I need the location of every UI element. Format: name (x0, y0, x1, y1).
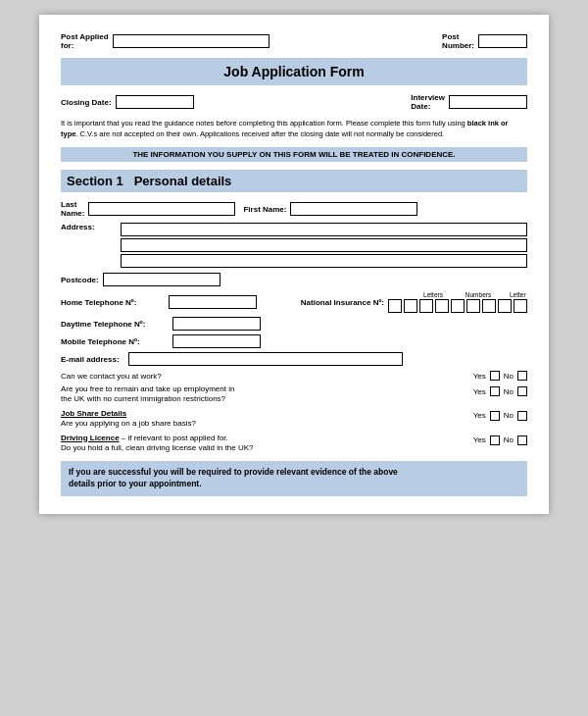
immigration-no-label: No (504, 387, 514, 396)
ni-boxes (388, 299, 527, 313)
address-label: Address: (61, 223, 115, 231)
driving-no-checkbox[interactable] (517, 435, 527, 445)
form-title: Job Application Form (61, 58, 527, 85)
guidance-text: It is important that you read the guidan… (61, 119, 527, 139)
contact-work-yes-label: Yes (473, 372, 486, 381)
mobile-phone-input[interactable] (172, 334, 261, 348)
ni-section: Home Telephone Nº: National Insurance Nº… (61, 291, 527, 313)
driving-question: Driving Licence – if relevant to post ap… (61, 434, 473, 454)
job-share-yes-label: Yes (473, 411, 486, 420)
driving-yn: Yes No (473, 434, 527, 445)
daytime-phone-input[interactable] (172, 317, 261, 331)
mobile-phone-label: Mobile Telephone Nº: (61, 337, 169, 346)
ni-box-7[interactable] (482, 299, 496, 313)
dates-row: Closing Date: Interview Date: (61, 93, 527, 111)
last-name-label: Last Name: (61, 200, 84, 218)
name-row: Last Name: First Name: (61, 200, 527, 218)
section1-header: Section 1 Personal details (61, 170, 527, 192)
job-share-no-label: No (504, 411, 514, 420)
ni-number-label: National Insurance Nº: (301, 298, 384, 307)
address-line1-input[interactable] (121, 223, 527, 236)
contact-work-no-checkbox[interactable] (517, 371, 527, 381)
ni-box-9[interactable] (514, 299, 527, 313)
driving-yes-label: Yes (473, 435, 486, 444)
email-input[interactable] (128, 352, 403, 366)
contact-work-no-label: No (504, 372, 514, 381)
interview-date-input[interactable] (449, 95, 527, 109)
email-label: E-mail address: (61, 355, 124, 364)
ni-box-6[interactable] (466, 299, 480, 313)
post-number-label: Post Number: (442, 32, 474, 50)
contact-work-row: Can we contact you at work? Yes No (61, 371, 527, 381)
top-header-row: Post Applied for: Post Number: (61, 32, 527, 50)
address-line3-input[interactable] (121, 254, 527, 268)
address-fields (121, 223, 527, 268)
ni-box-5[interactable] (451, 299, 465, 313)
immigration-question: Are you free to remain and take up emplo… (61, 384, 473, 405)
immigration-yes-checkbox[interactable] (490, 386, 500, 396)
last-name-group: Last Name: (61, 200, 235, 218)
first-name-group: First Name: (243, 202, 417, 216)
daytime-phone-row: Daytime Telephone Nº: (61, 317, 527, 331)
job-share-yn: Yes No (473, 409, 527, 421)
daytime-phone-label: Daytime Telephone Nº: (61, 320, 169, 329)
confidence-banner: THE INFORMATION YOU SUPPLY ON THIS FORM … (61, 147, 527, 162)
post-applied-input[interactable] (113, 34, 270, 48)
closing-date-label: Closing Date: (61, 98, 112, 107)
immigration-yn: Yes No (473, 384, 527, 396)
home-phone-input[interactable] (169, 295, 257, 309)
home-phone-label: Home Telephone Nº: (61, 298, 169, 307)
postcode-input[interactable] (103, 273, 220, 286)
last-name-input[interactable] (88, 202, 235, 216)
interview-date-group: Interview Date: (411, 93, 527, 111)
ni-box-2[interactable] (404, 299, 417, 313)
driving-yes-checkbox[interactable] (490, 435, 500, 445)
immigration-yes-label: Yes (473, 387, 486, 396)
ni-box-8[interactable] (498, 299, 512, 313)
mobile-phone-row: Mobile Telephone Nº: (61, 334, 527, 348)
closing-date-input[interactable] (116, 95, 194, 109)
post-applied-label: Post Applied for: (61, 32, 109, 50)
post-applied-group: Post Applied for: (61, 32, 270, 50)
contact-work-yn: Yes No (473, 371, 527, 381)
ni-box-4[interactable] (435, 299, 449, 313)
application-form: Post Applied for: Post Number: Job Appli… (39, 15, 549, 514)
ni-fields-container: Letters Numbers Letter (388, 291, 527, 313)
email-row: E-mail address: (61, 352, 527, 366)
ni-box-1[interactable] (388, 299, 402, 313)
address-row: Address: (61, 223, 527, 268)
ni-column-labels: Letters Numbers Letter (388, 291, 527, 298)
job-share-row: Job Share Details Are you applying on a … (61, 409, 527, 430)
job-share-yes-checkbox[interactable] (490, 411, 500, 421)
contact-work-yes-checkbox[interactable] (490, 371, 500, 381)
ni-box-3[interactable] (419, 299, 433, 313)
closing-date-group: Closing Date: (61, 95, 194, 109)
job-share-no-checkbox[interactable] (517, 411, 527, 421)
first-name-input[interactable] (290, 202, 417, 216)
postcode-row: Postcode: (61, 273, 527, 286)
job-share-question: Job Share Details Are you applying on a … (61, 409, 473, 430)
postcode-label: Postcode: (61, 276, 99, 284)
post-number-input[interactable] (478, 34, 527, 48)
footer-notice: If you are successful you will be requir… (61, 461, 527, 496)
interview-date-label: Interview Date: (411, 93, 445, 111)
driving-licence-row: Driving Licence – if relevant to post ap… (61, 434, 527, 454)
address-line2-input[interactable] (121, 238, 527, 252)
post-number-group: Post Number: (442, 32, 527, 50)
immigration-no-checkbox[interactable] (517, 386, 527, 396)
first-name-label: First Name: (243, 205, 286, 214)
immigration-row: Are you free to remain and take up emplo… (61, 384, 527, 405)
contact-work-question: Can we contact you at work? (61, 372, 473, 381)
driving-no-label: No (504, 435, 514, 444)
